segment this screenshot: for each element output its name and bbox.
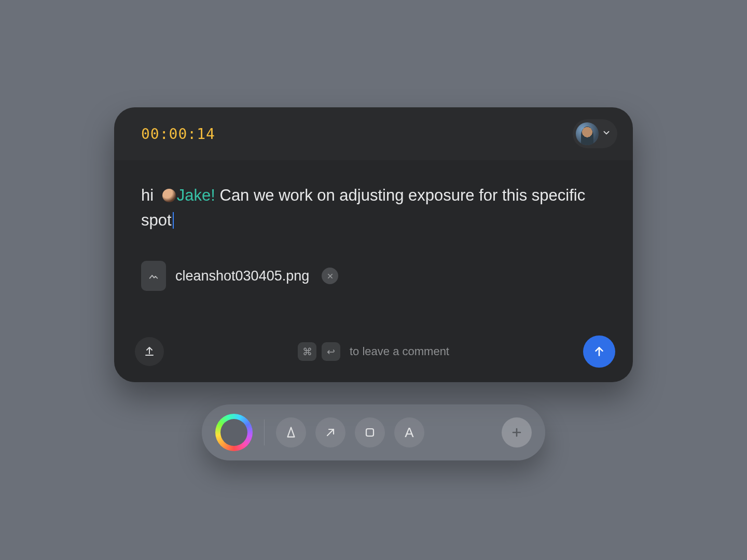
arrow-tool-button[interactable] (315, 417, 345, 447)
keyboard-hint: ⌘ ↩ to leave a comment (164, 342, 583, 361)
attachment-filename: cleanshot030405.png (175, 268, 309, 284)
pen-tool-button[interactable] (276, 417, 306, 447)
plus-icon (510, 426, 523, 439)
comment-prefix: hi (141, 186, 154, 204)
svg-line-4 (327, 429, 334, 436)
remove-attachment-button[interactable] (322, 268, 338, 284)
file-thumbnail[interactable] (141, 261, 166, 291)
color-ring-inner (220, 419, 247, 446)
arrow-up-icon (592, 345, 606, 358)
svg-rect-5 (366, 429, 374, 436)
user-menu[interactable] (573, 119, 617, 148)
recording-timestamp: 00:00:14 (141, 125, 215, 143)
upload-button[interactable] (135, 337, 164, 366)
pen-icon (284, 426, 298, 439)
close-icon (326, 272, 334, 280)
avatar (576, 122, 599, 145)
mention-avatar (162, 189, 176, 202)
text-icon: A (405, 425, 413, 441)
arrow-icon (324, 426, 337, 439)
hint-text: to leave a comment (350, 345, 449, 358)
image-icon (148, 270, 159, 282)
upload-icon (143, 345, 156, 358)
kbd-cmd: ⌘ (298, 342, 316, 361)
comment-text[interactable]: hi Jake! Can we work on adjusting exposu… (141, 186, 585, 229)
mention-chip[interactable]: Jake! (177, 186, 215, 204)
rectangle-tool-button[interactable] (355, 417, 385, 447)
kbd-enter: ↩ (322, 342, 340, 361)
chevron-down-icon (602, 128, 611, 139)
send-button[interactable] (583, 335, 615, 368)
square-icon (364, 426, 376, 439)
comment-body[interactable]: hi Jake! Can we work on adjusting exposu… (114, 160, 633, 321)
card-header: 00:00:14 (114, 107, 633, 160)
card-footer: ⌘ ↩ to leave a comment (114, 321, 633, 382)
comment-card: 00:00:14 hi Jake! Can we work on adjusti… (114, 107, 633, 382)
text-caret (173, 212, 174, 229)
color-picker-button[interactable] (215, 414, 253, 451)
attachment-row: cleanshot030405.png (141, 261, 606, 291)
toolbar-separator (264, 419, 265, 445)
add-tool-button[interactable] (502, 417, 532, 447)
annotation-toolbar: A (202, 404, 545, 460)
text-tool-button[interactable]: A (394, 417, 424, 447)
